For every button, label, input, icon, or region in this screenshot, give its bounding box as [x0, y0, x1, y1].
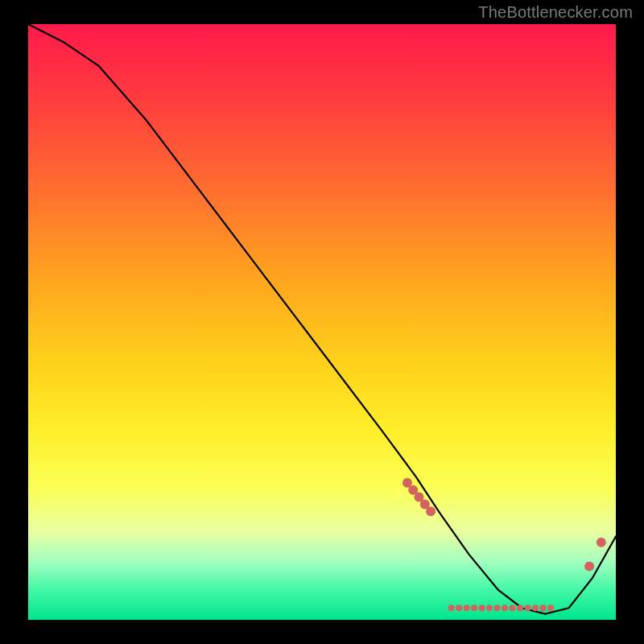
attribution-label: TheBottlenecker.com: [478, 3, 633, 22]
data-marker: [510, 605, 516, 611]
data-marker: [532, 605, 539, 611]
data-marker: [584, 561, 594, 571]
bottleneck-curve: [28, 24, 616, 614]
data-marker: [547, 605, 554, 611]
data-marker: [464, 605, 470, 611]
data-marker: [517, 605, 523, 611]
data-marker: [502, 605, 508, 611]
data-marker: [525, 605, 531, 611]
data-marker: [456, 605, 462, 611]
data-marker: [486, 605, 493, 611]
curve-layer: [28, 24, 616, 620]
data-marker: [494, 605, 501, 611]
data-marker: [479, 605, 485, 611]
data-marker: [448, 605, 455, 611]
plot-area: [28, 24, 616, 620]
data-marker: [471, 605, 477, 611]
data-marker: [426, 506, 436, 516]
data-marker: [597, 538, 606, 547]
curve-markers: [402, 478, 606, 611]
data-marker: [540, 605, 547, 611]
chart-stage: TheBottlenecker.com: [0, 0, 644, 644]
